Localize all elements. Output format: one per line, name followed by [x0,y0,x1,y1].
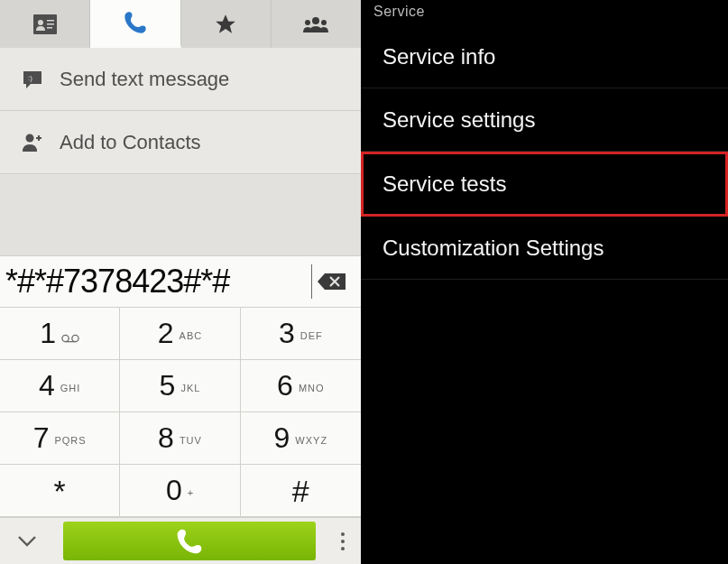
letters: GHI [60,383,81,393]
overflow-menu-button[interactable] [325,518,361,564]
tab-bar [0,0,361,48]
tab-favorites[interactable] [181,0,272,48]
digit: 4 [39,369,55,402]
svg-point-13 [341,532,345,536]
keypad: 1 2ABC 3DEF 4GHI 5JKL 6MNO 7PQRS 8TUV 9W… [0,308,361,517]
digit: # [292,474,309,509]
letters: + [188,487,194,498]
letters: ABC [180,330,203,341]
digit: 3 [279,317,295,350]
send-text-row[interactable]: :) Send text message [0,48,361,111]
key-1[interactable]: 1 [0,308,120,360]
key-8[interactable]: 8TUV [120,412,240,465]
dial-display: *#*#7378423#*# [0,255,361,308]
key-2[interactable]: 2ABC [120,308,240,360]
digit: 6 [277,369,293,402]
add-contact-row[interactable]: Add to Contacts [0,111,361,174]
svg-rect-3 [47,23,54,25]
digit: 8 [158,421,174,455]
dialer-app: :) Send text message Add to Contacts *#*… [0,0,361,564]
phone-icon [123,10,148,35]
chevron-down-icon [17,535,37,548]
service-menu: Service Service info Service settings Se… [361,0,728,564]
letters: JKL [180,383,200,393]
letters: MNO [299,383,325,393]
service-item-settings[interactable]: Service settings [361,88,728,152]
service-item-info[interactable]: Service info [361,25,728,88]
svg-point-7 [321,20,327,25]
digit: 7 [33,421,50,455]
key-4[interactable]: 4GHI [0,360,120,412]
key-3[interactable]: 3DEF [241,308,361,360]
contact-card-icon [33,14,57,34]
letters: PQRS [54,435,86,446]
svg-point-1 [38,20,43,25]
tab-dialer[interactable] [90,0,180,48]
svg-point-6 [305,20,310,25]
tab-contacts[interactable] [0,0,90,48]
svg-point-5 [312,17,319,24]
send-text-label: Send text message [60,68,229,91]
key-6[interactable]: 6MNO [241,360,361,412]
digit: 1 [40,317,56,350]
backspace-button[interactable] [312,268,352,295]
item-label: Service settings [382,107,535,133]
add-contact-label: Add to Contacts [60,131,201,154]
call-button[interactable] [63,522,316,560]
menu-dots-icon [340,531,346,552]
digit: 9 [274,421,290,455]
svg-point-14 [341,540,345,543]
phone-handset-icon [175,527,204,556]
tab-groups[interactable] [272,0,361,48]
svg-point-15 [341,547,345,550]
key-5[interactable]: 5JKL [120,360,240,412]
svg-rect-4 [47,27,52,29]
item-label: Service info [382,44,495,69]
svg-rect-2 [47,20,54,22]
letters: DEF [300,330,323,341]
item-label: Service tests [382,171,506,197]
digit: 2 [158,317,174,350]
dialer-spacer [0,174,361,255]
key-0[interactable]: 0+ [120,465,240,517]
key-7[interactable]: 7PQRS [0,412,120,465]
digit: 0 [166,474,182,507]
service-title: Service [361,0,728,25]
svg-point-11 [72,335,78,341]
call-bar [0,517,361,564]
letters: WXYZ [295,435,327,446]
service-item-tests[interactable]: Service tests [361,152,728,217]
digit: * [54,474,66,509]
collapse-keypad-button[interactable] [0,518,54,564]
svg-point-9 [26,134,34,142]
digit: 5 [160,369,176,402]
voicemail-icon [61,334,79,343]
key-9[interactable]: 9WXYZ [241,412,361,465]
dialed-number: *#*#7378423#*# [5,263,309,300]
item-label: Customization Settings [382,236,604,261]
key-hash[interactable]: # [241,465,361,517]
service-item-customization[interactable]: Customization Settings [361,217,728,280]
letters: TUV [180,435,202,446]
svg-point-10 [62,335,69,341]
speech-bubble-icon: :) [20,67,45,92]
star-icon [214,13,237,36]
group-icon [302,14,329,34]
backspace-icon [317,272,347,291]
svg-text::): :) [28,74,32,82]
key-star[interactable]: * [0,465,120,517]
add-contact-icon [20,130,45,155]
